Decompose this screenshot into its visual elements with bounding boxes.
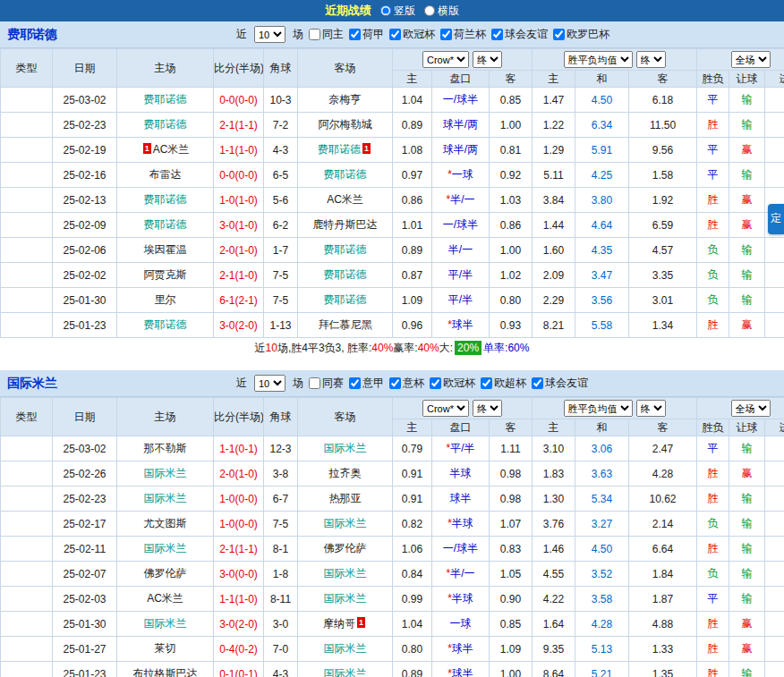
- score-cell[interactable]: 2-0(1-0): [214, 238, 264, 263]
- score-cell[interactable]: 1-1(0-1): [214, 436, 264, 461]
- scope-select[interactable]: 全场: [731, 51, 771, 68]
- team-link[interactable]: 莱切: [155, 642, 176, 655]
- team-link[interactable]: 埃因霍温: [144, 243, 187, 256]
- team-link[interactable]: 国际米兰: [324, 442, 367, 454]
- score-cell[interactable]: 1-1(1-0): [214, 138, 264, 163]
- team-link[interactable]: 费耶诺德: [144, 193, 187, 206]
- team-link[interactable]: AC米兰: [147, 592, 183, 605]
- section-team-name[interactable]: 国际米兰: [7, 376, 57, 392]
- team-link[interactable]: 国际米兰: [144, 467, 187, 479]
- team-link[interactable]: 费耶诺德: [324, 268, 367, 281]
- final-avg-select[interactable]: 终: [636, 400, 666, 417]
- filter-option-3[interactable]: 荷兰杯: [440, 27, 486, 42]
- team-link[interactable]: 布雷达: [149, 168, 182, 181]
- team-link[interactable]: 国际米兰: [144, 617, 187, 630]
- team-link[interactable]: 费耶诺德: [324, 293, 367, 306]
- filter-checkbox[interactable]: [553, 29, 565, 40]
- team-link[interactable]: 费耶诺德: [318, 143, 361, 156]
- filter-option-4[interactable]: 欧超杯: [481, 376, 526, 391]
- filter-checkbox[interactable]: [349, 29, 361, 40]
- filter-checkbox[interactable]: [389, 377, 401, 389]
- score-cell[interactable]: 0-1(0-1): [214, 662, 264, 677]
- team-link[interactable]: 费耶诺德: [144, 118, 187, 131]
- team-link[interactable]: 布拉格斯巴达: [133, 667, 198, 677]
- score-cell[interactable]: 2-1(1-1): [214, 113, 264, 138]
- team-link[interactable]: 费耶诺德: [144, 318, 187, 331]
- odds-company-select[interactable]: Crow*: [422, 51, 469, 68]
- score-cell[interactable]: 1-0(0-0): [214, 487, 264, 512]
- score-cell[interactable]: 3-0(1-0): [214, 213, 264, 238]
- team-link[interactable]: 拜仁慕尼黑: [319, 318, 372, 331]
- score-cell[interactable]: 2-0(1-0): [214, 461, 264, 487]
- score-cell[interactable]: 1-0(1-0): [214, 188, 264, 213]
- final-odds-select[interactable]: 终: [473, 400, 502, 417]
- team-link[interactable]: 国际米兰: [324, 667, 367, 677]
- layout-option-vertical[interactable]: 竖版: [380, 4, 415, 19]
- odds-company-select[interactable]: Crow*: [422, 400, 469, 417]
- filter-checkbox[interactable]: [430, 377, 441, 389]
- score-cell[interactable]: 0-0(0-0): [214, 163, 264, 188]
- team-link[interactable]: 费耶诺德: [324, 243, 367, 256]
- team-link[interactable]: 那不勒斯: [144, 442, 187, 454]
- team-link[interactable]: AC米兰: [327, 193, 363, 206]
- filter-checkbox[interactable]: [532, 377, 543, 389]
- filter-checkbox[interactable]: [309, 29, 320, 40]
- filter-option-0[interactable]: 同赛: [309, 376, 344, 391]
- team-link[interactable]: 阿尔梅勒城: [319, 118, 372, 131]
- team-link[interactable]: 佛罗伦萨: [144, 567, 187, 580]
- score-cell[interactable]: 1-0(0-0): [214, 512, 264, 537]
- score-cell[interactable]: 6-1(2-1): [214, 288, 264, 313]
- filter-checkbox[interactable]: [440, 29, 452, 40]
- score-cell[interactable]: 3-0(0-0): [214, 562, 264, 587]
- team-link[interactable]: 国际米兰: [324, 592, 367, 605]
- team-link[interactable]: 热那亚: [329, 492, 362, 504]
- team-link[interactable]: 拉齐奥: [329, 467, 362, 479]
- layout-option-horizontal[interactable]: 横版: [424, 4, 459, 19]
- filter-option-1[interactable]: 意甲: [349, 376, 384, 391]
- score-cell[interactable]: 0-0(0-0): [214, 88, 264, 113]
- filter-checkbox[interactable]: [491, 29, 503, 40]
- team-link[interactable]: 摩纳哥: [323, 617, 355, 630]
- team-link[interactable]: 国际米兰: [144, 492, 187, 504]
- games-count-select[interactable]: 10: [254, 375, 285, 392]
- team-link[interactable]: 阿贾克斯: [144, 268, 187, 281]
- filter-checkbox[interactable]: [481, 377, 492, 389]
- scope-select[interactable]: 全场: [731, 400, 771, 417]
- pin-tab[interactable]: 定: [768, 204, 784, 234]
- team-link[interactable]: 里尔: [155, 293, 176, 306]
- wdl-avg-select[interactable]: 胜平负均值: [564, 400, 633, 417]
- team-link[interactable]: 费耶诺德: [144, 218, 187, 231]
- score-cell[interactable]: 1-1(1-0): [214, 587, 264, 612]
- team-link[interactable]: 奈梅亨: [329, 93, 362, 106]
- games-count-select[interactable]: 10: [254, 26, 285, 43]
- filter-checkbox[interactable]: [389, 29, 401, 40]
- team-link[interactable]: 费耶诺德: [144, 93, 187, 106]
- score-cell[interactable]: 2-1(1-1): [214, 537, 264, 562]
- filter-option-3[interactable]: 欧冠杯: [430, 376, 475, 391]
- filter-option-1[interactable]: 荷甲: [349, 27, 384, 42]
- team-link[interactable]: 国际米兰: [324, 642, 367, 655]
- score-cell[interactable]: 3-0(2-0): [214, 612, 264, 637]
- team-link[interactable]: 费耶诺德: [324, 168, 367, 181]
- final-avg-select[interactable]: 终: [636, 51, 666, 68]
- filter-checkbox[interactable]: [309, 377, 320, 389]
- vertical-layout-radio[interactable]: [380, 5, 391, 16]
- score-cell[interactable]: 2-1(1-0): [214, 263, 264, 288]
- filter-option-0[interactable]: 同主: [309, 27, 344, 42]
- team-link[interactable]: 鹿特丹斯巴达: [313, 218, 378, 231]
- filter-option-2[interactable]: 欧冠杯: [389, 27, 435, 42]
- team-link[interactable]: 国际米兰: [324, 567, 367, 580]
- score-cell[interactable]: 0-4(0-2): [214, 637, 264, 662]
- team-link[interactable]: 国际米兰: [144, 542, 187, 554]
- team-link[interactable]: AC米兰: [153, 143, 190, 156]
- horizontal-layout-radio[interactable]: [424, 5, 435, 16]
- team-link[interactable]: 国际米兰: [324, 517, 367, 529]
- section-team-name[interactable]: 费耶诺德: [7, 27, 57, 43]
- score-cell[interactable]: 3-0(2-0): [214, 313, 264, 338]
- filter-option-5[interactable]: 球会友谊: [532, 376, 588, 391]
- filter-option-5[interactable]: 欧罗巴杯: [553, 27, 609, 42]
- final-odds-select[interactable]: 终: [473, 51, 502, 68]
- filter-option-2[interactable]: 意杯: [389, 376, 424, 391]
- filter-checkbox[interactable]: [349, 377, 361, 389]
- wdl-avg-select[interactable]: 胜平负均值: [564, 51, 633, 68]
